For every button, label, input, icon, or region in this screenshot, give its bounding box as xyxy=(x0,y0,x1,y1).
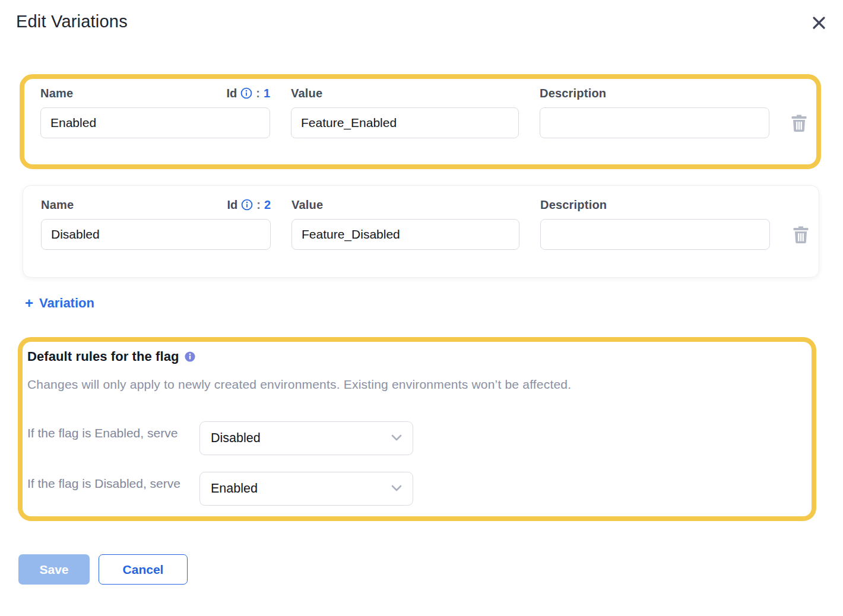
variation-card-1: Name Id : 1 xyxy=(20,74,821,169)
default-rules-helper-text: Changes will only apply to newly created… xyxy=(27,377,800,392)
id-badge: Id : 2 xyxy=(227,198,271,212)
variation-description-input[interactable] xyxy=(540,219,770,250)
description-label: Description xyxy=(540,87,606,100)
chevron-down-icon xyxy=(391,434,402,443)
trash-icon xyxy=(793,236,809,245)
default-rules-heading: Default rules for the flag xyxy=(27,349,179,364)
default-rules-info-button[interactable] xyxy=(185,351,195,362)
id-value: 2 xyxy=(264,198,271,212)
dialog-footer: Save Cancel xyxy=(18,554,843,585)
rule-label: If the flag is Disabled, serve xyxy=(27,472,199,493)
description-label: Description xyxy=(540,198,607,212)
description-column: Description xyxy=(540,86,769,138)
id-info-button[interactable] xyxy=(240,87,252,99)
selected-option: Disabled xyxy=(211,431,261,446)
name-label: Name xyxy=(40,87,73,100)
delete-variation-button[interactable] xyxy=(793,226,809,243)
description-column: Description xyxy=(540,198,770,250)
cancel-button[interactable]: Cancel xyxy=(99,554,188,585)
trash-icon xyxy=(791,125,807,134)
id-separator: : xyxy=(256,198,261,212)
save-button[interactable]: Save xyxy=(18,554,90,585)
rule-label: If the flag is Enabled, serve xyxy=(27,421,199,443)
value-label: Value xyxy=(291,198,323,212)
name-column: Name Id : 1 xyxy=(40,86,270,138)
page-title: Edit Variations xyxy=(16,12,128,31)
value-label: Value xyxy=(291,87,322,100)
id-badge: Id : 1 xyxy=(226,87,270,100)
rule-row-enabled: If the flag is Enabled, serve Disabled xyxy=(27,421,800,455)
selected-option: Enabled xyxy=(211,481,258,496)
id-label: Id xyxy=(227,198,237,212)
rule-serve-select[interactable]: Disabled xyxy=(199,421,413,455)
variation-value-input[interactable] xyxy=(291,107,519,138)
delete-variation-button[interactable] xyxy=(791,114,807,132)
rule-serve-select[interactable]: Enabled xyxy=(199,472,413,506)
info-icon xyxy=(241,204,253,212)
plus-icon: + xyxy=(25,296,33,310)
close-icon xyxy=(812,23,826,32)
variation-name-input[interactable] xyxy=(40,107,270,138)
variation-card-2: Name Id : 2 xyxy=(23,185,819,278)
variation-description-input[interactable] xyxy=(540,107,769,138)
id-separator: : xyxy=(256,87,260,100)
chevron-down-icon xyxy=(391,484,402,493)
id-info-button[interactable] xyxy=(241,199,253,211)
variation-name-input[interactable] xyxy=(41,219,271,250)
close-button[interactable] xyxy=(809,13,829,33)
id-label: Id xyxy=(226,87,237,100)
value-column: Value xyxy=(291,86,519,138)
id-value: 1 xyxy=(264,87,270,100)
add-variation-button[interactable]: + Variation xyxy=(25,296,94,311)
name-column: Name Id : 2 xyxy=(41,198,271,250)
variation-value-input[interactable] xyxy=(291,219,519,250)
dialog-header: Edit Variations xyxy=(0,0,843,33)
value-column: Value xyxy=(291,198,519,250)
info-icon xyxy=(240,92,252,101)
default-rules-card: Default rules for the flag Changes will … xyxy=(18,337,816,521)
info-icon-filled xyxy=(185,355,195,364)
add-variation-label: Variation xyxy=(39,296,94,311)
name-label: Name xyxy=(41,198,74,212)
rule-row-disabled: If the flag is Disabled, serve Enabled xyxy=(27,472,800,506)
